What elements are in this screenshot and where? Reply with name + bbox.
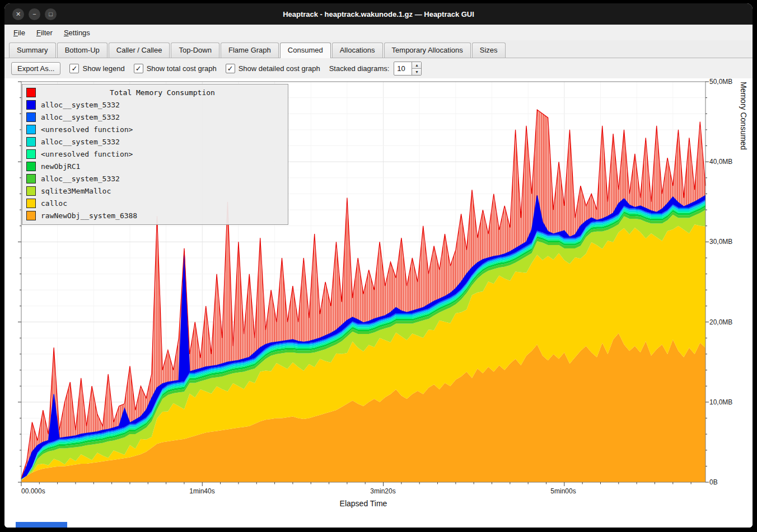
legend-label: newObjRC1 bbox=[41, 162, 80, 171]
x-axis-title: Elapsed Time bbox=[21, 499, 705, 508]
checkbox-label: Show total cost graph bbox=[147, 64, 217, 73]
legend-title: Total Memory Consumption bbox=[41, 88, 284, 97]
tab-temporary-allocations[interactable]: Temporary Allocations bbox=[384, 43, 471, 58]
legend-item: calloc bbox=[25, 197, 286, 209]
maximize-icon: □ bbox=[49, 11, 53, 17]
x-tick-label: 5min00s bbox=[530, 487, 597, 496]
legend-label: alloc__system_5332 bbox=[41, 113, 120, 121]
legend-title-row: Total Memory Consumption bbox=[25, 86, 286, 98]
menu-filter[interactable]: Filter bbox=[31, 26, 58, 39]
minimize-button[interactable]: − bbox=[29, 8, 40, 20]
legend-swatch bbox=[26, 162, 36, 171]
legend-item: <unresolved function> bbox=[25, 148, 286, 160]
total-swatch bbox=[26, 88, 36, 97]
checkbox-icon bbox=[134, 64, 143, 73]
show-legend-checkbox[interactable]: Show legend bbox=[69, 64, 124, 73]
y-axis-title: Memory Consumed bbox=[739, 82, 748, 482]
chart-legend: Total Memory Consumption alloc__system_5… bbox=[22, 84, 288, 225]
legend-item: alloc__system_5332 bbox=[25, 98, 286, 111]
close-icon: ✕ bbox=[16, 11, 21, 18]
tab-flame-graph[interactable]: Flame Graph bbox=[221, 43, 279, 58]
tab-bottom-up[interactable]: Bottom-Up bbox=[57, 43, 108, 58]
legend-swatch bbox=[26, 174, 36, 183]
checkbox-icon bbox=[69, 64, 79, 73]
stacked-diagrams-group: Stacked diagrams: 10 ▲ ▼ bbox=[329, 62, 422, 76]
legend-item: alloc__system_5332 bbox=[25, 172, 286, 185]
checkbox-label: Show detailed cost graph bbox=[239, 64, 320, 73]
spin-up-icon: ▲ bbox=[415, 63, 419, 67]
legend-label: calloc bbox=[41, 199, 67, 208]
legend-swatch bbox=[26, 149, 36, 159]
minimize-icon: − bbox=[32, 11, 36, 17]
x-tick-label: 3min20s bbox=[349, 487, 417, 496]
spin-down-icon: ▼ bbox=[415, 70, 419, 74]
spinbox-value[interactable]: 10 bbox=[394, 62, 412, 75]
tab-caller-callee[interactable]: Caller / Callee bbox=[109, 43, 170, 58]
legend-items: alloc__system_5332alloc__system_5332<unr… bbox=[25, 98, 286, 222]
legend-item: sqlite3MemMalloc bbox=[25, 185, 286, 197]
tab-allocations[interactable]: Allocations bbox=[332, 43, 383, 58]
window-title: Heaptrack - heaptrack.wakunode.1.gz — He… bbox=[4, 10, 753, 18]
legend-swatch bbox=[26, 211, 36, 220]
status-indicator bbox=[16, 522, 67, 528]
show-total-cost-checkbox[interactable]: Show total cost graph bbox=[134, 64, 217, 73]
legend-item: alloc__system_5332 bbox=[25, 111, 286, 123]
legend-item: <unresolved function> bbox=[25, 123, 286, 135]
chart-area: Total Memory Consumption alloc__system_5… bbox=[4, 78, 753, 528]
y-tick-label: 50,0MB bbox=[709, 77, 743, 86]
spin-down-button[interactable]: ▼ bbox=[412, 69, 421, 75]
legend-item: alloc__system_5332 bbox=[25, 135, 286, 148]
y-tick-label: 40,0MB bbox=[709, 157, 743, 166]
legend-label: <unresolved function> bbox=[41, 125, 133, 134]
legend-swatch bbox=[26, 137, 36, 147]
show-detailed-cost-checkbox[interactable]: Show detailed cost graph bbox=[226, 64, 320, 73]
menu-settings[interactable]: Settings bbox=[58, 26, 96, 39]
checkbox-icon bbox=[226, 64, 235, 73]
spinbox-buttons: ▲ ▼ bbox=[412, 62, 421, 75]
y-tick-label: 30,0MB bbox=[709, 237, 743, 246]
app-window: ✕ − □ Heaptrack - heaptrack.wakunode.1.g… bbox=[4, 3, 753, 528]
legend-swatch bbox=[26, 199, 36, 208]
x-tick-label: 00.000s bbox=[21, 487, 45, 496]
toolbar: Export As... Show legend Show total cost… bbox=[4, 58, 753, 78]
legend-swatch bbox=[26, 100, 36, 110]
tab-bar: Summary Bottom-Up Caller / Callee Top-Do… bbox=[4, 40, 753, 58]
tab-sizes[interactable]: Sizes bbox=[472, 43, 506, 58]
legend-label: rawNewObj__system_6388 bbox=[41, 211, 137, 220]
stacked-diagrams-spinbox[interactable]: 10 ▲ ▼ bbox=[394, 62, 422, 76]
checkbox-label: Show legend bbox=[82, 64, 124, 73]
legend-item: newObjRC1 bbox=[25, 160, 286, 172]
maximize-button[interactable]: □ bbox=[45, 8, 57, 20]
legend-swatch bbox=[26, 186, 36, 196]
y-tick-label: 10,0MB bbox=[709, 398, 743, 407]
stacked-diagrams-label: Stacked diagrams: bbox=[329, 64, 390, 73]
y-tick-label: 20,0MB bbox=[709, 318, 743, 327]
y-tick-label: 0B bbox=[709, 478, 743, 487]
legend-swatch bbox=[26, 112, 36, 122]
export-as-button[interactable]: Export As... bbox=[11, 62, 60, 75]
menu-file[interactable]: File bbox=[8, 26, 31, 39]
legend-label: sqlite3MemMalloc bbox=[41, 187, 111, 195]
title-bar: ✕ − □ Heaptrack - heaptrack.wakunode.1.g… bbox=[4, 3, 753, 25]
legend-label: alloc__system_5332 bbox=[41, 101, 120, 109]
legend-swatch bbox=[26, 125, 36, 134]
tab-top-down[interactable]: Top-Down bbox=[171, 43, 219, 58]
tab-consumed[interactable]: Consumed bbox=[280, 43, 331, 58]
close-button[interactable]: ✕ bbox=[12, 8, 24, 20]
window-controls: ✕ − □ bbox=[12, 8, 57, 20]
tab-summary[interactable]: Summary bbox=[9, 43, 56, 58]
spin-up-button[interactable]: ▲ bbox=[412, 62, 421, 69]
x-tick-label: 1min40s bbox=[169, 487, 236, 496]
legend-label: alloc__system_5332 bbox=[41, 175, 120, 183]
menu-bar: File Filter Settings bbox=[4, 25, 753, 40]
legend-label: <unresolved function> bbox=[41, 150, 133, 158]
legend-label: alloc__system_5332 bbox=[41, 138, 120, 146]
legend-item: rawNewObj__system_6388 bbox=[25, 209, 286, 222]
